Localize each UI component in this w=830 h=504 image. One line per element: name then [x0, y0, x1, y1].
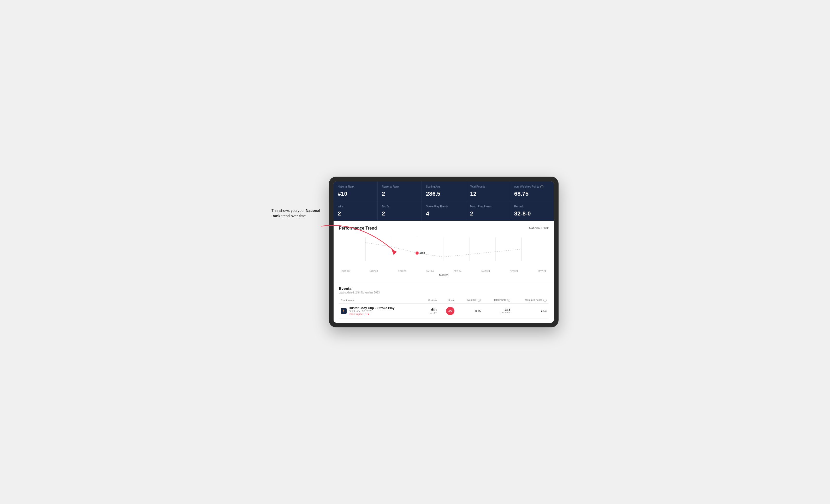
stat-label-scoring-avg: Scoring Avg.: [426, 185, 461, 188]
event-sg-cell: 0.45: [456, 304, 483, 318]
info-icon-weighted-points: i: [543, 299, 547, 302]
info-icon-event-sg: i: [478, 299, 481, 302]
events-title: Events: [339, 286, 549, 291]
col-score: Score: [439, 297, 456, 304]
event-score-badge: -22: [446, 307, 454, 315]
svg-text:#10: #10: [420, 251, 425, 255]
stat-label-national-rank: National Rank: [338, 185, 373, 188]
events-last-updated: Last updated: 24th November 2023: [339, 291, 549, 294]
tablet-screen: National Rank #10 Regional Rank 2 Scorin…: [333, 181, 554, 323]
col-total-points: Total Points i: [483, 297, 512, 304]
stat-value-top3s: 2: [382, 210, 417, 217]
stat-value-regional-rank: 2: [382, 191, 417, 197]
col-event-name: Event Name: [339, 297, 421, 304]
stat-match-play: Match Play Events 2: [466, 201, 510, 221]
stat-avg-weighted-points: Avg. Weighted Points i 68.75: [510, 181, 554, 201]
event-position: 6th: [423, 308, 437, 312]
stat-scoring-avg: Scoring Avg. 286.5: [422, 181, 466, 201]
stat-wins: Wins 2: [333, 201, 377, 221]
events-table-header: Event Name Position Score Event SG i Tot…: [339, 297, 549, 304]
event-total-points: 28.3: [485, 308, 510, 311]
chart-label-mar24: MAR 24: [481, 270, 490, 272]
col-weighted-points: Weighted Points i: [512, 297, 549, 304]
svg-point-8: [416, 251, 419, 255]
chart-label-may24: MAY 24: [538, 270, 546, 272]
rank-impact-direction: ▼: [367, 313, 370, 316]
chart-label-oct23: OCT 23: [341, 270, 350, 272]
performance-subtitle: National Rank: [529, 227, 549, 230]
event-date: Oct 9 - Oct 10, 2023: [349, 310, 394, 313]
performance-section: Performance Trend National Rank: [333, 221, 554, 282]
chart-axis-label: Months: [339, 273, 549, 276]
events-table: Event Name Position Score Event SG i Tot…: [339, 297, 549, 318]
performance-title: Performance Trend: [339, 226, 377, 231]
event-position-sub: out of 7: [423, 312, 437, 314]
stat-value-scoring-avg: 286.5: [426, 191, 461, 197]
stat-label-match-play: Match Play Events: [470, 205, 506, 208]
stat-national-rank: National Rank #10: [333, 181, 377, 201]
chart-label-dec23: DEC 23: [398, 270, 406, 272]
info-icon-total-points: i: [507, 299, 510, 302]
stat-value-stroke-play: 4: [426, 210, 461, 217]
chart-label-feb24: FEB 24: [454, 270, 461, 272]
stats-row-1: National Rank #10 Regional Rank 2 Scorin…: [333, 181, 554, 201]
event-weighted-points-cell: 28.3: [512, 304, 549, 318]
chart-svg: #10: [339, 235, 549, 269]
stat-label-wins: Wins: [338, 205, 373, 208]
col-position: Position: [421, 297, 439, 304]
stat-value-national-rank: #10: [338, 191, 373, 197]
table-row: 🏌 Buster Cozy Cup – Stroke Play Oct 9 - …: [339, 304, 549, 318]
event-position-cell: 6th out of 7: [421, 304, 439, 318]
stat-value-wins: 2: [338, 210, 373, 217]
performance-chart: #10: [339, 235, 549, 269]
events-table-body: 🏌 Buster Cozy Cup – Stroke Play Oct 9 - …: [339, 304, 549, 318]
stat-stroke-play: Stroke Play Events 4: [422, 201, 466, 221]
chart-label-apr24: APR 24: [510, 270, 518, 272]
stat-label-regional-rank: Regional Rank: [382, 185, 417, 188]
stat-value-record: 32-8-0: [514, 210, 550, 217]
stat-top3s: Top 3s 2: [378, 201, 421, 221]
stat-value-match-play: 2: [470, 210, 506, 217]
stat-record: Record 32-8-0: [510, 201, 554, 221]
stat-value-avg-weighted: 68.75: [514, 191, 550, 197]
col-event-sg: Event SG i: [456, 297, 483, 304]
stat-label-total-rounds: Total Rounds: [470, 185, 506, 188]
stat-regional-rank: Regional Rank 2: [378, 181, 421, 201]
event-type-icon: 🏌: [341, 308, 347, 314]
events-section: Events Last updated: 24th November 2023 …: [333, 282, 554, 323]
event-weighted-points: 28.3: [541, 309, 547, 312]
tablet-frame: National Rank #10 Regional Rank 2 Scorin…: [329, 177, 558, 327]
event-score-cell: -22: [439, 304, 456, 318]
info-icon-avg-weighted: i: [540, 185, 543, 188]
stat-label-record: Record: [514, 205, 550, 208]
stat-label-stroke-play: Stroke Play Events: [426, 205, 461, 208]
chart-label-nov23: NOV 23: [370, 270, 378, 272]
event-total-points-cell: 28.3 3 Rounds: [483, 304, 512, 318]
page-wrapper: This shows you your National Rank trend …: [272, 177, 558, 327]
event-rank-impact: Rank Impact: 3 ▼: [349, 313, 394, 316]
stat-total-rounds: Total Rounds 12: [466, 181, 510, 201]
stat-label-avg-weighted: Avg. Weighted Points i: [514, 185, 550, 188]
event-total-points-sub: 3 Rounds: [485, 311, 510, 314]
stat-label-top3s: Top 3s: [382, 205, 417, 208]
chart-label-jan24: JAN 24: [426, 270, 434, 272]
stats-row-2: Wins 2 Top 3s 2 Stroke Play Events 4 Mat…: [333, 201, 554, 221]
performance-header: Performance Trend National Rank: [339, 226, 549, 231]
chart-x-labels: OCT 23 NOV 23 DEC 23 JAN 24 FEB 24 MAR 2…: [339, 270, 549, 272]
event-name: Buster Cozy Cup – Stroke Play: [349, 306, 394, 310]
annotation-text: This shows you your National Rank trend …: [272, 208, 324, 219]
stat-value-total-rounds: 12: [470, 191, 506, 197]
event-name-cell: 🏌 Buster Cozy Cup – Stroke Play Oct 9 - …: [339, 304, 421, 318]
